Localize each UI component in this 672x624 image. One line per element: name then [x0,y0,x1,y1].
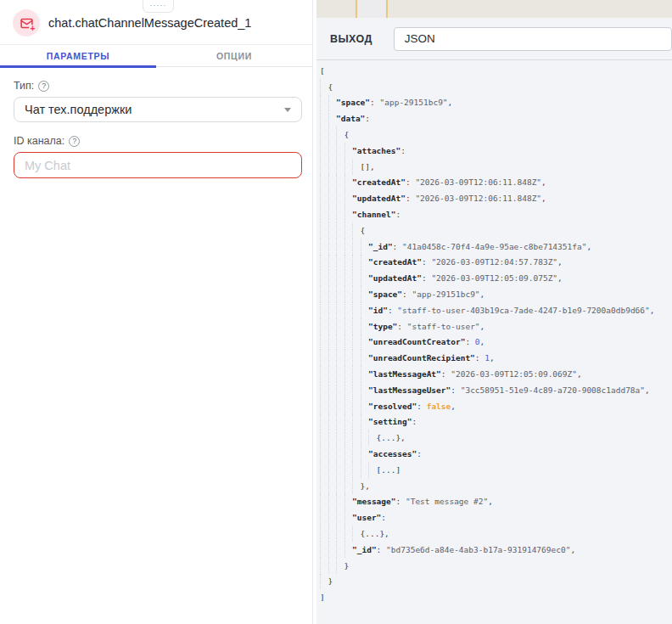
app-window: ····· + chat.chatChannelMessageCreated_1… [0,0,672,624]
channel-id-field-label: ID канала: ? [14,135,302,147]
tab-parameters[interactable]: ПАРАМЕТРЫ [0,45,156,66]
json-line: "type": "staff-to-user", [320,318,672,334]
tab-bar: ПАРАМЕТРЫ ОПЦИИ [0,45,312,67]
canvas-connector-line [356,0,357,18]
output-header: ВЫХОД JSON [316,18,672,60]
output-format-select[interactable]: JSON [394,27,672,51]
json-line: "user": [320,509,672,526]
json-output: [{"space": "app-29151bc9","data":{"attac… [316,60,672,605]
json-line: "lastMessageAt": "2026-03-09T12:05:09.06… [320,366,672,382]
json-line: "createdAt": "2026-03-09T12:06:11.848Z", [320,175,672,191]
json-line: "unreadCountCreator": 0, [320,334,672,351]
tab-options[interactable]: ОПЦИИ [156,45,312,66]
help-icon[interactable]: ? [38,81,49,92]
json-line: [], [320,159,672,175]
json-line: "_id": "41a0458c-70f4-4a9e-95ae-c8be7143… [320,239,672,255]
json-line: "message": "Test message #2", [320,494,672,510]
json-line: "id": "staff-to-user-403b19ca-7ade-4247-… [320,302,672,318]
json-line: "space": "app-29151bc9", [320,95,672,111]
envelope-plus-icon: + [13,9,40,37]
json-line: "accesses": [320,446,672,462]
json-line: }, [320,478,672,494]
output-label: ВЫХОД [330,33,372,45]
json-line: "attaches": [320,143,672,159]
json-line: {...}, [320,526,672,542]
canvas-connector-line [386,0,388,18]
canvas-background-strip [316,0,672,18]
json-line: "channel": [320,206,672,222]
json-line: "_id": "bd735e6d-a84e-4ab3-b17a-93191476… [320,542,672,558]
json-line: "updatedAt": "2026-03-09T12:06:11.848Z", [320,190,672,206]
type-select-value: Чат тех.поддержки [25,103,132,116]
json-line: "createdAt": "2026-03-09T12:04:57.783Z", [320,255,672,271]
type-select[interactable]: Чат тех.поддержки [14,97,302,122]
parameters-form: Тип: ? Чат тех.поддержки ID канала: ? [0,67,312,178]
node-config-panel: ····· + chat.chatChannelMessageCreated_1… [0,0,313,624]
channel-id-input[interactable] [14,152,302,178]
json-line: } [320,574,672,590]
json-line: "resolved": false, [320,398,672,414]
output-panel: ВЫХОД JSON [{"space": "app-29151bc9","da… [316,18,672,624]
json-line: ] [320,589,672,605]
json-line: { [320,222,672,239]
panel-drag-handle[interactable]: ····· [143,0,174,13]
json-line: "lastMessageUser": "3cc58951-51e9-4c89-a… [320,382,672,398]
help-icon[interactable]: ? [69,136,80,147]
json-line: } [320,558,672,574]
json-line: {...}, [320,430,672,446]
json-line: [ [320,63,672,79]
output-format-value: JSON [405,32,435,45]
json-line: "updatedAt": "2026-03-09T12:05:09.075Z", [320,270,672,286]
json-line: { [320,126,672,143]
json-line: "data": [320,110,672,126]
json-line: "space": "app-29151bc9", [320,286,672,302]
json-line: { [320,79,672,95]
type-field-label: Тип: ? [14,80,302,92]
json-line: [...] [320,462,672,478]
json-line: "setting": [320,414,672,430]
chevron-down-icon [284,108,291,112]
drag-dots-icon: ····· [150,2,167,9]
json-line: "unreadCountRecipient": 1, [320,350,672,366]
